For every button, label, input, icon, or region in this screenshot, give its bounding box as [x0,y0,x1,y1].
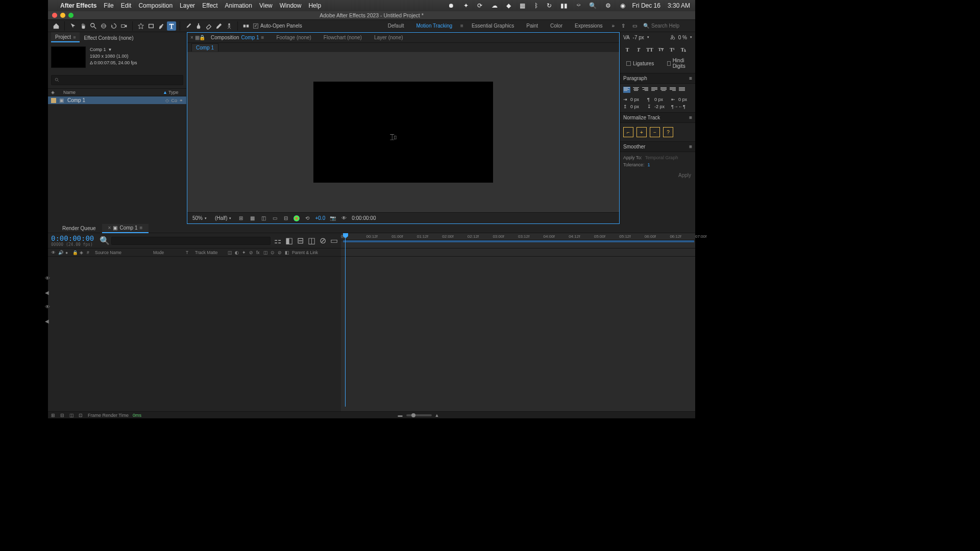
kerning-value[interactable]: -7 px [633,35,644,40]
app-name[interactable]: After Effects [60,2,96,9]
t-column[interactable]: T [186,250,193,255]
current-time-indicator[interactable] [343,233,348,407]
menu-file[interactable]: File [104,2,113,9]
menubar-status-icons[interactable]: ⏺ ✦ ⟳ ☁ ◆ ▦ ᛒ ↻ ▮▮ ⌔ 🔍 ⚙ ◉ [441,2,625,9]
home-button[interactable] [52,21,61,31]
puppet-pin-tool[interactable] [225,21,234,31]
work-area-bar[interactable] [343,240,694,242]
asset-flow-icon[interactable]: ⚭ [179,98,183,103]
rotate-tool[interactable] [109,21,118,31]
control-center-icon[interactable]: ⚙ [605,2,611,9]
roto-brush-tool[interactable] [214,21,224,31]
reset-exposure-icon[interactable]: ⟲ [304,215,311,222]
share-button[interactable]: ⇪ [619,21,628,31]
all-caps-button[interactable]: TT [646,45,654,54]
faux-bold-button[interactable]: T [623,45,631,54]
macos-menubar[interactable]: After Effects File Edit Composition Laye… [48,0,695,11]
search-help-input[interactable] [651,23,692,29]
tolerance-value[interactable]: 1 [648,162,650,167]
justify-last-center-button[interactable] [660,87,667,93]
layer-search-icon[interactable]: 🔍 [101,237,108,244]
menu-layer[interactable]: Layer [180,2,195,9]
menu-effect[interactable]: Effect [202,2,217,9]
window-close-button[interactable] [52,13,57,18]
switches-icon[interactable]: ◐ [235,250,240,255]
layer-list[interactable] [48,257,341,411]
camera-tool[interactable] [119,21,129,31]
calendar-icon[interactable]: ▦ [520,2,525,9]
battery-icon[interactable]: ▮▮ [560,2,568,9]
composition-canvas[interactable]: ⌶▯ [313,82,493,183]
switches-icon[interactable]: ⊘ [249,250,254,255]
toggle-switches-icon[interactable]: ◫ [69,413,75,418]
hand-tool[interactable] [79,21,88,31]
workspace-expressions[interactable]: Expressions [569,20,608,32]
graph-editor-icon[interactable]: ▭ [330,237,338,245]
panel-menu-icon[interactable]: ≡ [689,115,692,120]
superscript-button[interactable]: T¹ [668,45,676,54]
asset-reveal-icon[interactable]: ◇ [165,98,169,103]
rectangle-tool[interactable] [146,21,156,31]
video-column-icon[interactable]: 👁 [51,250,56,255]
zoom-in-timeline-icon[interactable]: ▲ [435,413,440,418]
timeline-zoom-slider[interactable] [406,414,432,416]
switches-icon[interactable]: fx [256,250,261,255]
render-queue-tab[interactable]: Render Queue [56,224,102,233]
screen-record-icon[interactable]: ⏺ [448,2,454,9]
normalize-mode-b[interactable]: + [636,127,647,137]
sort-arrow-icon[interactable]: ▲ [163,90,167,95]
menu-composition[interactable]: Composition [138,2,173,9]
layer-tab[interactable]: Layer (none) [368,33,409,43]
wifi-icon[interactable]: ⌔ [577,2,580,9]
grid-guides-icon[interactable]: ⊟ [282,215,289,222]
zoom-out-timeline-icon[interactable]: ▬ [398,413,403,418]
normalize-mode-d[interactable]: ? [663,127,673,137]
selection-tool[interactable] [68,21,78,31]
toggle-switches-icon[interactable]: ⊟ [60,413,65,418]
flowchart-tab[interactable]: Flowchart (none) [317,33,368,43]
apply-to-value[interactable]: Temporal Graph [645,155,678,160]
effect-controls-tab[interactable]: Effect Controls (none) [80,33,137,42]
collapsed-panel-icon[interactable]: ◀ [45,318,49,322]
resolution-dropdown[interactable]: (Half)▾ [213,215,233,221]
collapsed-panel-icon[interactable]: 👁 [45,304,49,308]
mask-toggle-icon[interactable]: ◫ [260,215,267,222]
sync-icon[interactable]: ⟳ [477,2,482,9]
timeline-tracks[interactable] [341,257,695,411]
trackmatte-column[interactable]: Track Matte [195,250,226,255]
eraser-tool[interactable] [204,21,213,31]
switches-icon[interactable]: ◫ [263,250,268,255]
tsume-value[interactable]: 0 % [678,35,687,40]
align-left-button[interactable] [623,87,630,93]
auto-open-panels-checkbox[interactable]: ✓ Auto-Open Panels [253,23,302,29]
ligatures-checkbox[interactable]: Ligatures [623,57,657,70]
close-tab-icon[interactable]: × [189,35,194,40]
menubar-date[interactable]: Fri Dec 16 [632,2,660,9]
toggle-switches-icon[interactable]: ⊡ [79,413,84,418]
audio-column-icon[interactable]: 🔊 [58,250,63,255]
justify-last-left-button[interactable] [651,87,658,93]
subscript-button[interactable]: T₁ [679,45,688,54]
switches-icon[interactable]: ⊙ [271,250,276,255]
viewer-lock-icon[interactable]: 🔒 [200,35,205,40]
justify-all-button[interactable] [678,87,685,93]
solo-column-icon[interactable]: ● [65,250,70,255]
pen-tool[interactable] [157,21,166,31]
direction-rtl-icon[interactable]: ←¶ [678,104,684,109]
composition-tab[interactable]: Composition Comp 1 ≡ [205,33,270,43]
asset-comp1-row[interactable]: ▣ Comp 1 ◇Co⚭ [48,96,186,104]
panel-menu-icon[interactable]: ≡ [689,76,692,81]
type-column[interactable]: Type [168,90,179,95]
justify-last-right-button[interactable] [669,87,676,93]
small-caps-button[interactable]: Tᴛ [657,45,665,54]
snapping-toggle[interactable] [241,21,251,31]
type-tool[interactable] [167,21,176,31]
name-column[interactable]: Name [56,90,163,95]
menu-animation[interactable]: Animation [225,2,252,9]
workspace-overflow[interactable]: » [608,23,618,29]
source-column[interactable]: Source Name [95,250,151,255]
normalize-mode-a[interactable]: ⌐ [623,127,633,137]
window-zoom-button[interactable] [68,13,74,18]
project-tab[interactable]: Project≡ [51,32,80,42]
orbit-tool[interactable] [99,21,108,31]
